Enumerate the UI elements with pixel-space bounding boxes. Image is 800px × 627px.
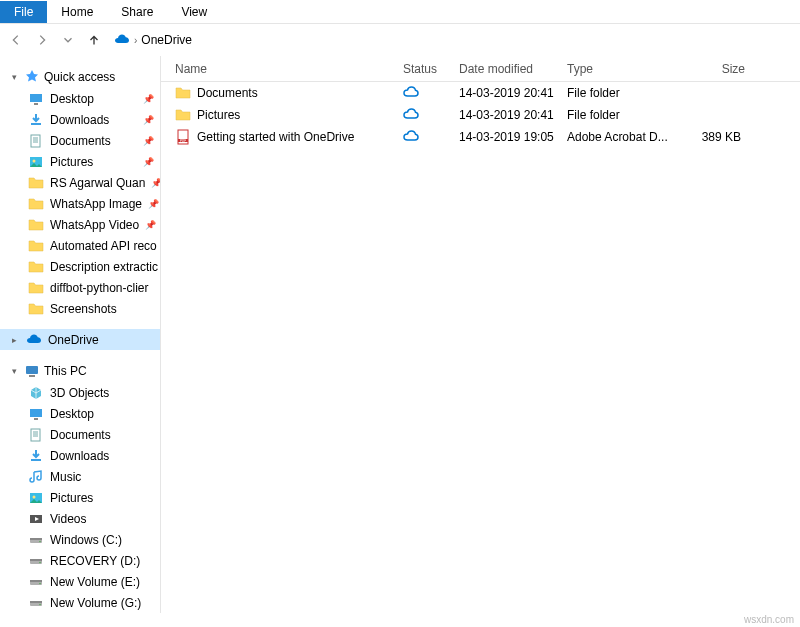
- svg-point-11: [33, 495, 36, 498]
- col-status[interactable]: Status: [397, 62, 453, 76]
- sidebar-item-pc[interactable]: Videos: [0, 508, 160, 529]
- file-row[interactable]: Documents14-03-2019 20:41File folder: [161, 82, 800, 104]
- svg-rect-17: [30, 559, 42, 561]
- downloads-icon: [28, 112, 44, 128]
- sidebar-item-label: Music: [50, 470, 81, 484]
- sidebar-item-quick[interactable]: Pictures📌: [0, 151, 160, 172]
- drive-icon: [28, 595, 44, 611]
- file-date: 14-03-2019 20:41: [453, 86, 561, 100]
- file-type: File folder: [561, 86, 681, 100]
- sidebar-item-pc[interactable]: Pictures: [0, 487, 160, 508]
- col-type[interactable]: Type: [561, 62, 681, 76]
- folder-icon: [28, 217, 44, 233]
- file-name: Documents: [197, 86, 258, 100]
- sidebar-item-label: 3D Objects: [50, 386, 109, 400]
- ribbon: File Home Share View: [0, 0, 800, 24]
- svg-point-24: [39, 603, 40, 604]
- sidebar-item-pc[interactable]: New Volume (G:): [0, 592, 160, 613]
- drive-icon: [28, 574, 44, 590]
- sidebar-item-label: Windows (C:): [50, 533, 122, 547]
- sidebar-item-quick[interactable]: Automated API reco: [0, 235, 160, 256]
- col-name[interactable]: Name: [169, 62, 397, 76]
- sidebar-item-label: Downloads: [50, 449, 109, 463]
- desktop-icon: [28, 406, 44, 422]
- main-area: ▾ Quick access Desktop📌Downloads📌Documen…: [0, 56, 800, 613]
- sidebar-item-pc[interactable]: Documents: [0, 424, 160, 445]
- watermark: wsxdn.com: [744, 614, 794, 625]
- pin-icon: 📌: [143, 94, 154, 104]
- sidebar-item-label: New Volume (G:): [50, 596, 141, 610]
- file-name: Pictures: [197, 108, 240, 122]
- sidebar-item-quick[interactable]: WhatsApp Video📌: [0, 214, 160, 235]
- svg-rect-23: [30, 601, 42, 603]
- sidebar-item-pc[interactable]: Music: [0, 466, 160, 487]
- sidebar-item-label: Pictures: [50, 155, 93, 169]
- file-row[interactable]: PDFGetting started with OneDrive14-03-20…: [161, 126, 800, 148]
- file-row[interactable]: Pictures14-03-2019 20:41File folder: [161, 104, 800, 126]
- onedrive-icon: [26, 332, 42, 348]
- col-date[interactable]: Date modified: [453, 62, 561, 76]
- sidebar-item-pc[interactable]: Windows (C:): [0, 529, 160, 550]
- folder-icon: [28, 175, 44, 191]
- sidebar-item-pc[interactable]: 3D Objects: [0, 382, 160, 403]
- sidebar-item-pc[interactable]: Desktop: [0, 403, 160, 424]
- svg-rect-8: [34, 418, 38, 420]
- ribbon-tab-share[interactable]: Share: [107, 1, 167, 23]
- star-icon: [24, 69, 40, 85]
- ribbon-tab-view[interactable]: View: [167, 1, 221, 23]
- pin-icon: 📌: [145, 220, 156, 230]
- file-type: File folder: [561, 108, 681, 122]
- sidebar-item-label: New Volume (E:): [50, 575, 140, 589]
- sidebar-item-quick[interactable]: diffbot-python-clier: [0, 277, 160, 298]
- sidebar-item-quick[interactable]: RS Agarwal Quan📌: [0, 172, 160, 193]
- chevron-icon: ›: [134, 35, 137, 46]
- sidebar-item-pc[interactable]: Downloads: [0, 445, 160, 466]
- sidebar-item-quick[interactable]: Screenshots: [0, 298, 160, 319]
- up-button[interactable]: [84, 30, 104, 50]
- sidebar-item-pc[interactable]: RECOVERY (D:): [0, 550, 160, 571]
- breadcrumb-current[interactable]: OneDrive: [141, 33, 192, 47]
- svg-point-15: [39, 540, 40, 541]
- music-icon: [28, 469, 44, 485]
- ribbon-tab-file[interactable]: File: [0, 1, 47, 23]
- sidebar-item-label: Downloads: [50, 113, 109, 127]
- folder-icon: [28, 280, 44, 296]
- sidebar-item-quick[interactable]: WhatsApp Image📌: [0, 193, 160, 214]
- chevron-down-icon: ▾: [12, 366, 20, 376]
- recent-dropdown[interactable]: [58, 30, 78, 50]
- sidebar-onedrive[interactable]: ▸ OneDrive: [0, 329, 160, 350]
- desktop-icon: [28, 91, 44, 107]
- sidebar-item-label: Description extractic: [50, 260, 158, 274]
- pdf-icon: PDF: [175, 129, 191, 145]
- sidebar-item-quick[interactable]: Downloads📌: [0, 109, 160, 130]
- svg-point-4: [33, 159, 36, 162]
- pin-icon: 📌: [143, 115, 154, 125]
- col-size[interactable]: Size: [681, 62, 751, 76]
- forward-button[interactable]: [32, 30, 52, 50]
- quick-access-header[interactable]: ▾ Quick access: [0, 66, 160, 88]
- sidebar-item-quick[interactable]: Description extractic: [0, 256, 160, 277]
- sidebar-item-label: Screenshots: [50, 302, 117, 316]
- chevron-down-icon: ▾: [12, 72, 20, 82]
- sidebar-item-pc[interactable]: New Volume (E:): [0, 571, 160, 592]
- sidebar-item-quick[interactable]: Desktop📌: [0, 88, 160, 109]
- documents-icon: [28, 133, 44, 149]
- nav-bar: › OneDrive: [0, 24, 800, 56]
- drive-icon: [28, 553, 44, 569]
- back-button[interactable]: [6, 30, 26, 50]
- sidebar-item-label: Videos: [50, 512, 86, 526]
- svg-rect-6: [29, 375, 35, 377]
- ribbon-tab-home[interactable]: Home: [47, 1, 107, 23]
- folder-icon: [28, 259, 44, 275]
- column-headers: Name Status Date modified Type Size: [161, 56, 800, 82]
- sidebar-item-label: This PC: [44, 364, 87, 378]
- pin-icon: 📌: [143, 157, 154, 167]
- sidebar-thispc[interactable]: ▾ This PC: [0, 360, 160, 382]
- file-date: 14-03-2019 20:41: [453, 108, 561, 122]
- sidebar-item-quick[interactable]: Documents📌: [0, 130, 160, 151]
- sidebar-item-label: diffbot-python-clier: [50, 281, 149, 295]
- sidebar-item-label: Documents: [50, 134, 111, 148]
- breadcrumb[interactable]: › OneDrive: [110, 32, 192, 48]
- cloud-status-icon: [403, 128, 419, 144]
- cloud-status-icon: [403, 106, 419, 122]
